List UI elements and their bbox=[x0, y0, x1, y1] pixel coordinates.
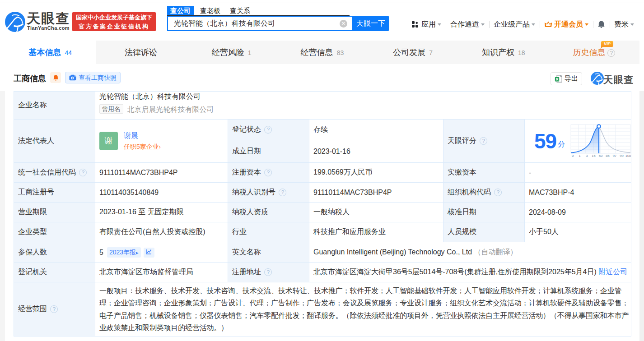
svg-text:100: 100 bbox=[625, 154, 631, 158]
svg-text:85: 85 bbox=[606, 154, 610, 158]
svg-text:1: 1 bbox=[579, 154, 581, 158]
svg-text:50: 50 bbox=[599, 154, 602, 158]
svg-text:3: 3 bbox=[586, 154, 588, 158]
svg-text:99: 99 bbox=[620, 154, 624, 158]
svg-text:15: 15 bbox=[592, 154, 596, 158]
svg-text:0: 0 bbox=[572, 154, 574, 158]
svg-text:97: 97 bbox=[613, 154, 616, 158]
